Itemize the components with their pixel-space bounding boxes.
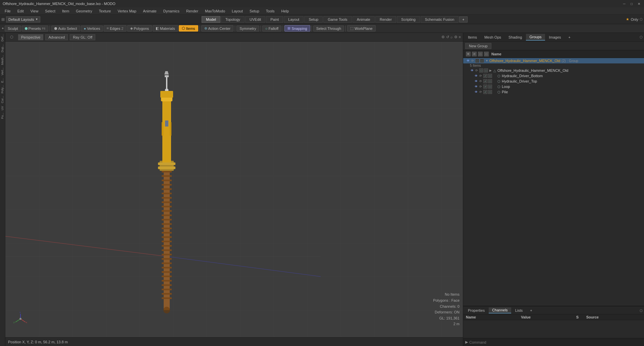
minimize-button[interactable]: ─ [622,1,627,6]
tab-render[interactable]: Render [375,16,396,23]
vis-check-6[interactable]: ✓ [483,90,487,94]
action-center-button[interactable]: ⊕ Action Center [201,25,234,32]
sidebar-label-fu[interactable]: Fu... [0,111,5,120]
sidebar-label-def[interactable]: Def... [0,33,5,43]
lock-check[interactable]: □ [480,59,484,63]
viewport-menu-icon[interactable]: ≡ [459,35,461,39]
eye-icon-4[interactable]: 👁 [474,79,478,83]
vertices-button[interactable]: ● Vertices [81,26,103,32]
panel-tab-add[interactable]: + [565,34,574,40]
sculpt-button[interactable]: Sculpt [5,26,21,32]
bottom-tab-channels[interactable]: Channels [489,307,511,313]
bottom-tab-properties[interactable]: Properties [465,308,488,313]
menu-edit[interactable]: Edit [14,8,27,14]
lock-check-4[interactable]: □ [488,79,492,83]
refresh-icon-4[interactable]: ⟳ [479,79,483,83]
refresh-icon[interactable]: ⟳ [471,59,475,63]
panel-tab-groups[interactable]: Groups [526,34,545,41]
panel-tab-items[interactable]: Items [465,34,480,40]
menu-render[interactable]: Render [183,8,202,14]
menu-vertex-map[interactable]: Vertex Map [114,8,140,14]
bottom-tab-lists[interactable]: Lists [512,308,526,313]
tab-animate[interactable]: Animate [353,16,375,23]
item-pile[interactable]: 👁 ⟳ ✓ □ ⬡ Pile [471,89,644,95]
refresh-icon-5[interactable]: ⟳ [479,85,483,89]
menu-maxtoModo[interactable]: MaxToModo [202,8,228,14]
items-button[interactable]: ⬡ Items [179,25,198,32]
panel-tab-shading[interactable]: Shading [505,34,525,40]
edges-button[interactable]: ⌗ Edges 2 [104,25,126,32]
scene-list[interactable]: 👁 ⟳ □ □ ▼ Offshore_Hydraulic_Hammer_MENC… [463,58,644,306]
maximize-button[interactable]: □ [629,1,634,6]
eye-icon[interactable]: 👁 [466,59,470,63]
group-item[interactable]: 👁 ⟳ □ □ ▼ Offshore_Hydraulic_Hammer_MENC… [463,58,644,63]
command-input[interactable] [469,340,642,344]
menu-view[interactable]: View [27,8,42,14]
sidebar-label-dup[interactable]: Dup... [0,43,5,54]
lock-check-5[interactable]: □ [488,85,492,89]
tab-uvedit[interactable]: UVEdit [245,16,265,23]
select-through-button[interactable]: Select Through [313,26,344,32]
viewport-search-icon[interactable]: ⌕ [450,35,453,39]
advanced-button[interactable]: Advanced [45,34,68,40]
menu-dynamics[interactable]: Dynamics [160,8,183,14]
menu-select[interactable]: Select [42,8,59,14]
menu-tools[interactable]: Tools [263,8,278,14]
item-driver-bottom[interactable]: 👁 ⟳ ✓ □ ⬡ Hydraulic_Driver_Bottom [471,73,644,79]
tab-schematic-fusion[interactable]: Schematic Fusion [421,16,459,23]
lock-check-2[interactable]: □ [484,68,488,72]
bottom-tab-add[interactable]: + [527,308,535,313]
menu-geometry[interactable]: Geometry [72,8,95,14]
polygons-button[interactable]: ◈ Polygons [127,25,152,32]
viewport-canvas[interactable]: X Z Y No Items Polygons : Face Channels:… [5,42,463,337]
vis-check-4[interactable]: ✓ [483,79,487,83]
menu-texture[interactable]: Texture [96,8,114,14]
tab-topology[interactable]: Topology [221,16,245,23]
falloff-button[interactable]: ○ Falloff [262,26,281,32]
tab-game-tools[interactable]: Game Tools [323,16,352,23]
auto-select-button[interactable]: Auto Select [51,26,80,32]
refresh-icon-2[interactable]: ⟳ [475,68,479,72]
sidebar-label-e[interactable]: E... [0,77,5,84]
sidebar-label-vert[interactable]: Vert... [0,66,5,77]
ray-gl-button[interactable]: Ray GL: Off [70,34,95,40]
menu-help[interactable]: Help [278,8,292,14]
eye-icon-3[interactable]: 👁 [474,74,478,78]
menu-animate[interactable]: Animate [140,8,160,14]
vis-check-5[interactable]: ✓ [483,85,487,89]
sidebar-label-mesh[interactable]: Mesh... [0,54,5,66]
presets-button[interactable]: Presets F6 [22,26,49,32]
lock-check-3[interactable]: □ [488,74,492,78]
symmetry-button[interactable]: Symmetry [236,26,259,32]
vis-check-2[interactable]: □ [479,68,483,72]
eye-icon-6[interactable]: 👁 [474,90,478,94]
menu-item[interactable]: Item [59,8,72,14]
bottom-expand-icon[interactable]: ⬡ [640,309,643,312]
refresh-icon-6[interactable]: ⟳ [479,90,483,94]
tab-setup[interactable]: Setup [304,16,323,23]
menu-file[interactable]: File [1,8,14,14]
menu-layout[interactable]: Layout [228,8,246,14]
viewport-settings-icon[interactable]: ⚙ [441,35,445,39]
workplane-button[interactable]: ⬚ WorkPlane [347,25,376,32]
group-expand-arrow[interactable]: ▼ [485,59,489,62]
panel-tab-images[interactable]: Images [546,34,565,40]
add-layout-button[interactable]: + [459,16,467,22]
viewport-gear-icon[interactable]: ⚙ [454,35,458,39]
panel-expand-icon[interactable]: ⬡ [640,35,643,39]
eye-icon-2[interactable]: 👁 [470,68,474,72]
refresh-icon-3[interactable]: ⟳ [479,74,483,78]
menu-setup[interactable]: Setup [246,8,263,14]
vis-check[interactable]: □ [475,59,479,63]
snapping-button[interactable]: ⊞ Snapping [284,25,310,32]
tab-layout[interactable]: Layout [284,16,304,23]
tab-paint[interactable]: Paint [266,16,283,23]
new-group-button[interactable]: New Group [465,43,491,49]
tab-model[interactable]: Model [202,16,220,23]
default-layouts-dropdown[interactable]: Default Layouts ▼ [6,16,40,22]
item-driver-top[interactable]: 👁 ⟳ ✓ □ ⬡ Hydraulic_Driver_Top [471,79,644,84]
perspective-button[interactable]: Perspective [18,34,43,40]
close-button[interactable]: ✕ [637,1,641,6]
materials-button[interactable]: ◧ Materials [153,25,178,32]
item-loop[interactable]: 👁 ⟳ ✓ □ ⬡ Loop [471,84,644,89]
